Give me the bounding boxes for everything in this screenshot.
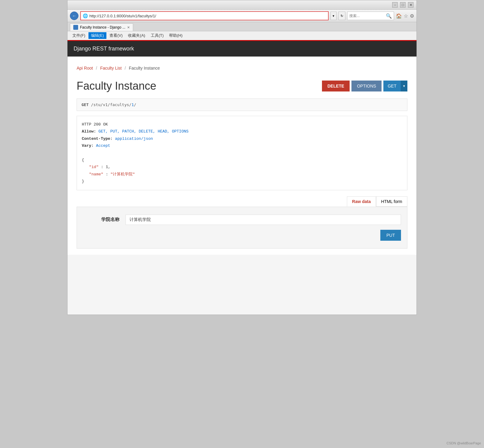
- home-icon[interactable]: 🏠: [396, 13, 402, 19]
- tab-bar: Faculty Instance - Django ... ✕: [67, 22, 417, 31]
- html-form-panel: 学院名称 PUT: [77, 207, 407, 249]
- refresh-button[interactable]: ↻: [338, 12, 345, 20]
- back-button[interactable]: ←: [70, 12, 78, 20]
- breadcrumb: Api Root / Faculty List / Faculty Instan…: [77, 63, 407, 74]
- response-brace-close: }: [82, 178, 402, 185]
- navbar: Django REST framework: [67, 41, 417, 57]
- page-header: Faculty Instance DELETE OPTIONS GET ▾: [77, 80, 407, 92]
- tab-close-button[interactable]: ✕: [127, 26, 130, 29]
- browser-toolbar: ← 🌐 ▾ ↻ 🔍 🏠 ☆ ⚙: [67, 10, 417, 22]
- response-box: HTTP 200 OK Allow: GET, PUT, PATCH, DELE…: [77, 116, 407, 190]
- header-buttons: DELETE OPTIONS GET ▾: [322, 81, 407, 91]
- field-label: 学院名称: [83, 217, 119, 222]
- get-group: GET ▾: [383, 81, 407, 91]
- page-title: Faculty Instance: [77, 80, 156, 92]
- get-dropdown-button[interactable]: ▾: [401, 81, 407, 91]
- page-wrapper: Django REST framework Api Root / Faculty…: [67, 41, 417, 315]
- menu-file[interactable]: 文件(F): [70, 32, 88, 39]
- minimize-button[interactable]: －: [392, 2, 398, 8]
- breadcrumb-api-root[interactable]: Api Root: [77, 66, 93, 71]
- response-content-type: Content-Type: application/json: [82, 135, 402, 142]
- menu-view[interactable]: 查看(V): [107, 32, 125, 39]
- breadcrumb-sep-1: /: [96, 66, 97, 71]
- menu-favorites[interactable]: 收藏夹(A): [126, 32, 147, 39]
- response-vary: Vary: Accept: [82, 142, 402, 149]
- url-dropdown-button[interactable]: ▾: [330, 12, 337, 20]
- options-button[interactable]: OPTIONS: [351, 81, 382, 91]
- html-form-tab[interactable]: HTML form: [376, 196, 407, 207]
- form-section: Raw data HTML form 学院名称 PUT: [77, 196, 407, 249]
- raw-data-tab[interactable]: Raw data: [347, 196, 376, 207]
- search-icon: 🔍: [386, 13, 392, 19]
- globe-icon: 🌐: [83, 13, 88, 18]
- search-input[interactable]: [349, 14, 386, 18]
- breadcrumb-faculty-list[interactable]: Faculty List: [100, 66, 122, 71]
- response-brace-open: {: [82, 157, 402, 164]
- put-button[interactable]: PUT: [380, 230, 401, 241]
- titlebar-buttons: － □ ✕: [392, 2, 413, 8]
- url-path-main: /stu/v1/facultys/: [91, 102, 131, 107]
- browser-window: － □ ✕ ← 🌐 ▾ ↻ 🔍 🏠 ☆ ⚙ Faculty Instance -…: [67, 0, 417, 315]
- content-area: Api Root / Faculty List / Faculty Instan…: [67, 57, 417, 255]
- menu-bar: 文件(F) 编辑(E) 查看(V) 收藏夹(A) 工具(T) 帮助(H): [67, 31, 417, 40]
- navbar-brand: Django REST framework: [74, 46, 134, 52]
- response-allow: Allow: GET, PUT, PATCH, DELETE, HEAD, OP…: [82, 128, 402, 135]
- tab-favicon: [73, 25, 78, 30]
- watermark: CSDN @wildBoarPage: [447, 441, 481, 445]
- address-bar-input[interactable]: [89, 14, 326, 18]
- settings-icon[interactable]: ⚙: [410, 13, 414, 19]
- form-tabs-row: Raw data HTML form: [77, 196, 407, 207]
- breadcrumb-sep-2: /: [125, 66, 126, 71]
- url-path-slash: /: [134, 102, 136, 107]
- response-name-line: "name" : "计算机学院": [82, 171, 402, 178]
- browser-tab[interactable]: Faculty Instance - Django ... ✕: [70, 23, 133, 31]
- get-button[interactable]: GET: [383, 81, 401, 91]
- menu-tools[interactable]: 工具(T): [148, 32, 166, 39]
- form-footer: PUT: [83, 230, 401, 241]
- menu-help[interactable]: 帮助(H): [167, 32, 185, 39]
- url-display: GET /stu/v1/facultys/1/: [77, 98, 407, 111]
- toolbar-icons: 🏠 ☆ ⚙: [396, 13, 414, 19]
- close-button[interactable]: ✕: [408, 2, 413, 8]
- titlebar: － □ ✕: [67, 0, 417, 10]
- address-bar-container: 🌐: [80, 11, 329, 20]
- response-id-line: "id" : 1,: [82, 164, 402, 171]
- response-status: HTTP 200 OK: [82, 121, 402, 128]
- url-method: GET: [81, 102, 88, 107]
- delete-button[interactable]: DELETE: [322, 81, 350, 91]
- form-field-row: 学院名称: [83, 215, 401, 225]
- field-input[interactable]: [126, 215, 401, 225]
- breadcrumb-current: Faculty Instance: [129, 66, 160, 71]
- maximize-button[interactable]: □: [400, 2, 406, 8]
- menu-edit[interactable]: 编辑(E): [88, 32, 106, 39]
- search-container: 🔍: [347, 12, 394, 20]
- tab-title: Faculty Instance - Django ...: [80, 25, 125, 29]
- star-icon[interactable]: ☆: [404, 13, 408, 19]
